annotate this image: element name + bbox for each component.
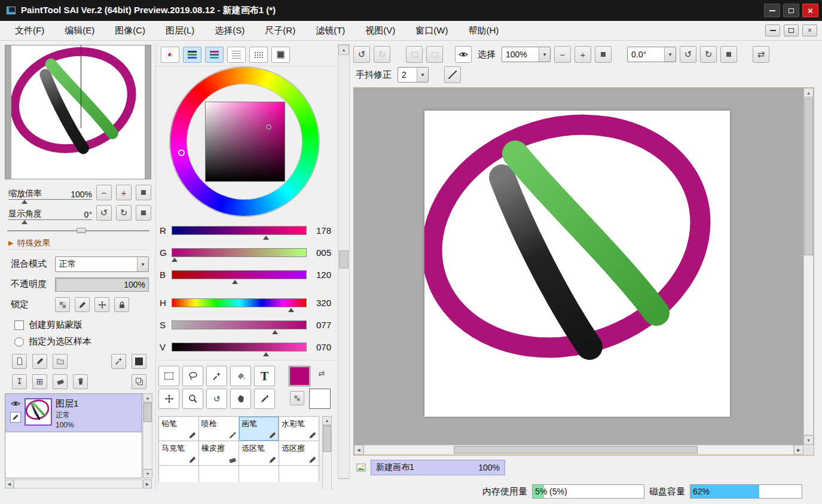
- new-layer-button[interactable]: [12, 354, 27, 369]
- rotate-cw-nav-button[interactable]: ↻: [116, 205, 132, 221]
- layer-thumbnail[interactable]: [25, 398, 52, 426]
- scroll-right-icon[interactable]: ▶: [143, 479, 152, 488]
- doc-restore-button[interactable]: [784, 25, 799, 36]
- selection-undo-button[interactable]: [406, 46, 423, 63]
- new-linework-layer-button[interactable]: [32, 354, 47, 369]
- layer-opacity-slider[interactable]: 100%: [55, 277, 149, 292]
- menu-ruler[interactable]: 尺子(R): [255, 21, 305, 40]
- saturation-slider-marker[interactable]: [272, 330, 278, 334]
- scroll-down-icon[interactable]: ▼: [143, 469, 152, 478]
- blue-slider[interactable]: [172, 270, 307, 279]
- lock-all-button[interactable]: [114, 297, 129, 312]
- chevron-down-icon[interactable]: ▾: [137, 257, 148, 271]
- chevron-down-icon[interactable]: ▾: [664, 47, 676, 62]
- splitter-thumb[interactable]: [339, 251, 349, 268]
- view-zoom-in-button[interactable]: +: [575, 46, 591, 63]
- menu-image[interactable]: 图像(C): [105, 21, 155, 40]
- view-rotate-cw-button[interactable]: ↻: [700, 46, 717, 63]
- brush-selection-pen[interactable]: 选区笔: [239, 441, 279, 466]
- merge-down-button[interactable]: ⊞: [32, 374, 47, 389]
- selection-redo-button[interactable]: [426, 46, 443, 63]
- menu-window[interactable]: 窗口(W): [405, 21, 458, 40]
- chevron-down-icon[interactable]: ▾: [539, 47, 550, 62]
- stabilizer-select[interactable]: 2 ▾: [398, 67, 429, 83]
- brush-eraser[interactable]: 橡皮擦: [199, 441, 239, 466]
- scroll-up-icon[interactable]: ▲: [143, 393, 152, 402]
- maximize-button[interactable]: [783, 4, 799, 17]
- menu-edit[interactable]: 编辑(E): [54, 21, 105, 40]
- background-color-swatch[interactable]: [309, 389, 331, 409]
- lasso-tool-button[interactable]: [182, 366, 203, 386]
- hue-slider[interactable]: [172, 298, 307, 307]
- flip-horizontal-button[interactable]: ⇄: [753, 46, 769, 63]
- tab-hsv-sliders[interactable]: [205, 47, 224, 63]
- delete-layer-button[interactable]: [73, 374, 88, 389]
- sv-marker[interactable]: [266, 124, 271, 130]
- scroll-left-icon[interactable]: ◀: [5, 479, 14, 488]
- canvas-vertical-scrollbar[interactable]: ▲ ▼: [803, 88, 814, 445]
- transfer-down-button[interactable]: ↧: [12, 374, 27, 389]
- scroll-down-icon[interactable]: ▼: [803, 435, 814, 445]
- drawing-canvas[interactable]: [424, 111, 730, 417]
- scrollbar-thumb[interactable]: [143, 403, 152, 422]
- scrollbar-thumb[interactable]: [804, 99, 813, 255]
- green-slider[interactable]: [172, 248, 307, 257]
- zoom-ratio-marker[interactable]: [22, 200, 27, 204]
- duplicate-layer-button[interactable]: [132, 374, 146, 389]
- redo-button[interactable]: ↻: [374, 46, 390, 63]
- navigator-preview[interactable]: [5, 45, 151, 179]
- scroll-right-icon[interactable]: ▶: [794, 445, 803, 455]
- line-correction-button[interactable]: [444, 66, 461, 83]
- menu-filter[interactable]: 滤镜(T): [305, 21, 355, 40]
- scrollbar-thumb[interactable]: [454, 446, 698, 454]
- canvas-viewport[interactable]: [354, 88, 803, 445]
- scroll-up-icon[interactable]: ▲: [803, 88, 814, 97]
- canvas-horizontal-scrollbar[interactable]: ◀ ▶: [354, 445, 803, 455]
- scroll-up-icon[interactable]: ▲: [338, 45, 349, 55]
- value-slider[interactable]: [172, 343, 307, 352]
- hue-marker[interactable]: [178, 149, 185, 156]
- zoom-reset-button[interactable]: [136, 185, 151, 200]
- panel-splitter-scrollbar[interactable]: ▲ ▼: [338, 44, 350, 489]
- brush-pencil[interactable]: 铅笔: [159, 417, 199, 441]
- move-tool-button[interactable]: [158, 389, 179, 409]
- hue-slider-marker[interactable]: [288, 308, 294, 312]
- layer-mask-button[interactable]: [132, 354, 146, 369]
- tab-scratchpad[interactable]: [271, 47, 290, 63]
- doc-minimize-button[interactable]: [765, 25, 780, 36]
- lock-position-button[interactable]: [94, 297, 109, 312]
- scroll-left-icon[interactable]: ◀: [354, 445, 363, 455]
- lock-transparency-button[interactable]: [55, 297, 70, 312]
- eyedropper-tool-button[interactable]: [254, 389, 275, 409]
- transparent-color-button[interactable]: [290, 391, 304, 405]
- brush-watercolor[interactable]: 水彩笔: [279, 417, 319, 441]
- clear-layer-button[interactable]: [53, 374, 68, 389]
- view-angle-field[interactable]: 显示角度 0°: [8, 206, 92, 220]
- green-slider-marker[interactable]: [172, 258, 178, 262]
- clipping-mask-checkbox[interactable]: [14, 320, 24, 330]
- menu-layer[interactable]: 图层(L): [155, 21, 204, 40]
- rect-select-tool-button[interactable]: [158, 366, 179, 386]
- saturation-value-square[interactable]: [205, 102, 285, 182]
- view-zoom-select[interactable]: 100% ▾: [502, 47, 551, 62]
- rotate-tool-button[interactable]: ↺: [206, 389, 227, 409]
- undo-button[interactable]: ↺: [353, 46, 370, 63]
- brush-marker[interactable]: 马克笔: [159, 441, 199, 466]
- tab-rgb-sliders[interactable]: [183, 47, 201, 63]
- special-effects-expander-icon[interactable]: ▶: [8, 239, 13, 247]
- slider-handle[interactable]: [77, 228, 86, 233]
- foreground-color-swatch[interactable]: [289, 366, 310, 386]
- layer-visibility-eye-icon[interactable]: [11, 399, 20, 408]
- chevron-down-icon[interactable]: ▾: [417, 68, 428, 82]
- scroll-up-icon[interactable]: ▲: [322, 416, 332, 425]
- magic-wand-tool-button[interactable]: [206, 366, 227, 386]
- special-layer-button[interactable]: [111, 354, 126, 369]
- brush-selection-eraser[interactable]: 选区擦: [279, 441, 319, 466]
- hand-tool-button[interactable]: [230, 389, 251, 409]
- canvas-tab[interactable]: 新建画布1 100%: [371, 460, 505, 475]
- zoom-tool-button[interactable]: [182, 389, 203, 409]
- selection-visibility-button[interactable]: [455, 46, 472, 63]
- layer-row[interactable]: 图层1 正常 100%: [5, 394, 142, 432]
- red-slider-marker[interactable]: [263, 236, 269, 240]
- brush-scrollbar[interactable]: ▲ ▼: [322, 416, 332, 490]
